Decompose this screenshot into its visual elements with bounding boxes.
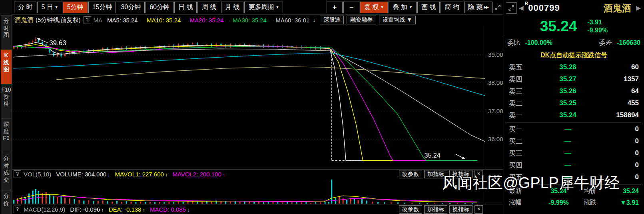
ask-volume: 1357 [602, 75, 639, 83]
stock-code: 000799 [528, 3, 560, 13]
stat-label: 最新 [509, 187, 534, 195]
toolbar-expand-icon[interactable] [493, 2, 502, 13]
dk-signal-link[interactable]: DK点自动提示涨跌信号 [540, 51, 607, 60]
tool-button-1[interactable]: 叠 加▼ [389, 2, 416, 13]
indicator-value-0: DIF: -0.096↑ [70, 206, 104, 213]
ask-row-4[interactable]: 卖一35.24158694 [503, 109, 644, 121]
weicha-label: 委差 [599, 39, 612, 46]
bid-row-4[interactable]: 买五—0 [503, 171, 644, 183]
sidebar-item-2[interactable]: F10资料 [1, 84, 12, 119]
bid-label: 买四 [509, 161, 534, 170]
price-tick: 37.00 [488, 108, 503, 114]
dropdown-caret-icon: ▼ [381, 5, 384, 9]
period-button-2[interactable]: 5分钟 [63, 2, 88, 13]
pane-button-1[interactable]: 加指标 [424, 170, 447, 178]
period-button-5[interactable]: 60分钟 [146, 2, 173, 13]
help-icon[interactable]: ? [14, 170, 21, 178]
left-sidebar: 分时图K线图F10资料深度F9分时成交分价 [0, 0, 12, 214]
pane-buttons: 改参数加指标换指标× [397, 205, 483, 214]
period-button-0[interactable]: 分 时 [14, 2, 36, 13]
bid-levels: 买一—0买二—0买三—0买四—0买五—0 [503, 123, 644, 183]
volume-pane[interactable]: 2.95 [12, 179, 503, 204]
sidebar-item-0[interactable]: 分时图 [1, 15, 12, 51]
ma-legend-item-0: MA5: 35.24 [107, 17, 138, 24]
indicator-name: VOL(5,10) [24, 171, 51, 178]
help-icon[interactable]: ? [84, 16, 91, 24]
price-block: 35.24 -3.91 -9.99% [503, 16, 644, 37]
help-icon[interactable]: ? [14, 206, 21, 213]
prev-stock-arrow[interactable]: ◀ [519, 4, 524, 12]
ask-label: 卖四 [509, 75, 534, 84]
volume-plot[interactable] [12, 179, 485, 204]
sidebar-item-3[interactable]: 深度F9 [1, 118, 12, 153]
chart-header-buttons: 深股通融资融券设置均线 ▼ [317, 16, 416, 24]
chart-stock-name: 酒鬼酒 [14, 16, 34, 24]
quote-panel-header: ◀ R000799 酒鬼酒 ▶ [503, 0, 644, 16]
stock-code-group: R000799 [525, 3, 560, 13]
ask-row-1[interactable]: 卖四35.271357 [503, 73, 644, 85]
sidebar-item-1[interactable]: K线图 [1, 50, 12, 84]
ask-price: 35.24 [534, 111, 602, 119]
bid-row-0[interactable]: 买一—0 [503, 123, 644, 135]
bid-row-2[interactable]: 买三—0 [503, 147, 644, 159]
ask-price: 35.25 [534, 99, 602, 107]
bid-volume: 0 [602, 149, 639, 157]
tool-button-0[interactable]: 复 权▼ [360, 2, 388, 13]
tool-button-2[interactable]: 画 线 [417, 2, 440, 13]
ask-row-0[interactable]: 卖五35.2860 [503, 61, 644, 73]
close-icon[interactable]: × [475, 205, 483, 214]
ask-row-3[interactable]: 卖二35.25455 [503, 97, 644, 109]
bid-row-3[interactable]: 买四—0 [503, 159, 644, 171]
stat-row-1: 涨幅-9.99%涨跌▼3.91 [503, 197, 644, 208]
pane-buttons: 改参数加指标换指标× [397, 170, 483, 178]
stat-label: 涨跌 [584, 198, 604, 207]
zoom-in-button[interactable]: + [327, 2, 343, 13]
last-price: 35.24 [540, 18, 577, 35]
chart-header-button-2[interactable]: 设置均线 ▼ [379, 16, 416, 24]
period-button-8[interactable]: 月 线 [221, 2, 243, 13]
tool-button-4[interactable]: 隐 藏▶▶ [464, 2, 492, 13]
weibi-group: 委比 -100.00% [507, 39, 552, 47]
sidebar-item-4[interactable]: 分时成交 [1, 153, 12, 190]
main-chart[interactable]: 39.6335.24 39.0038.0037.0036.00 [12, 26, 503, 170]
period-button-9[interactable]: 更多周期▼ [244, 2, 283, 13]
pane-button-1[interactable]: 加指标 [424, 205, 447, 214]
quote-stats: 最新35.24均价35.24涨幅-9.99%涨跌▼3.91 [503, 185, 644, 208]
bid-price: — [534, 149, 602, 157]
bid-label: 买一 [509, 125, 534, 134]
ma-legend-item-2: MA20: 35.24 [189, 17, 223, 24]
chart-header-button-1[interactable]: 融资融券 [347, 16, 376, 24]
macd-indicator-bar: ?MACD(12,26,9)DIF: -0.096↑DEA: -0.138↑MA… [12, 204, 503, 214]
price-change-pct: -9.99% [587, 26, 608, 34]
price-tick: 39.00 [488, 51, 503, 58]
stat-value: -9.99% [534, 199, 584, 206]
weibi-row: 委比 -100.00% 委差 -160630 [503, 37, 644, 49]
pane-button-2[interactable]: 换指标 [449, 205, 473, 214]
tool-button-3[interactable]: 简 约 [441, 2, 463, 13]
price-change: -3.91 [587, 18, 608, 26]
ma-separator: – [269, 17, 273, 24]
trend-arrow-icon: ↑ [101, 207, 104, 213]
volume-axis: 2.95 [485, 179, 503, 204]
period-button-6[interactable]: 日 线 [174, 2, 197, 13]
bid-row-1[interactable]: 买二—0 [503, 135, 644, 147]
period-button-7[interactable]: 周 线 [197, 2, 220, 13]
period-button-4[interactable]: 30分钟 [117, 2, 145, 13]
pane-button-0[interactable]: 改参数 [399, 170, 422, 178]
period-button-1[interactable]: 5 日▼ [37, 2, 62, 13]
pane-button-0[interactable]: 改参数 [399, 205, 422, 214]
ask-row-2[interactable]: 卖三35.2664 [503, 85, 644, 97]
high-price-annotation: 39.63 [49, 39, 66, 47]
expand-icon[interactable] [506, 2, 517, 14]
chart-header-button-0[interactable]: 深股通 [320, 16, 344, 24]
period-button-3[interactable]: 15分钟 [88, 2, 116, 13]
next-stock-arrow[interactable]: ▶ [636, 4, 641, 12]
sidebar-item-5[interactable]: 分价 [1, 190, 12, 214]
zoom-out-button[interactable]: − [343, 2, 359, 13]
trend-arrow-icon: ↑ [165, 172, 168, 178]
close-icon[interactable]: × [475, 170, 483, 178]
ma-legend: MA5: 35.24–MA10: 35.24–MA20: 35.24–MA30:… [106, 17, 311, 24]
pane-button-2[interactable]: 换指标 [449, 170, 473, 178]
kline-plot[interactable]: 39.6335.24 [12, 26, 485, 169]
dropdown-caret-icon: ▼ [409, 5, 413, 9]
